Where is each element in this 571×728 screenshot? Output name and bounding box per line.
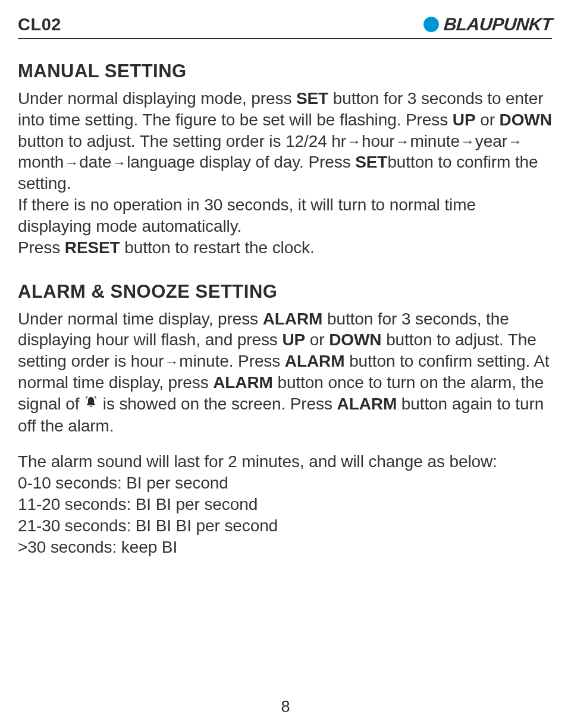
text: minute (179, 352, 228, 370)
set-label: SET (296, 89, 328, 108)
text: button to adjust. The setting order is 1… (18, 132, 346, 150)
page-number: 8 (0, 698, 571, 716)
manual-setting-body: Under normal displaying mode, press SET … (18, 88, 552, 259)
text: Press (18, 238, 65, 257)
down-label: DOWN (500, 111, 552, 129)
alarm-label: ALARM (263, 310, 323, 328)
arrow-icon: → (396, 133, 410, 151)
manual-setting-title: MANUAL SETTING (18, 61, 552, 82)
brand-logo: BLAUPUNKT (423, 14, 552, 34)
manual-setting-section: MANUAL SETTING Under normal displaying m… (18, 61, 552, 259)
reset-label: RESET (65, 238, 120, 257)
brand-name: BLAUPUNKT (443, 14, 553, 34)
bell-icon (84, 393, 98, 415)
text: is showed on the screen. Press (103, 395, 337, 413)
alarm-snooze-section: ALARM & SNOOZE SETTING Under normal time… (18, 281, 552, 558)
arrow-icon: → (508, 133, 522, 151)
up-label: UP (453, 111, 476, 129)
alarm-snooze-title: ALARM & SNOOZE SETTING (18, 281, 552, 302)
seq-item: language (127, 153, 194, 171)
seq-item: hour (362, 132, 395, 150)
arrow-icon: → (164, 353, 178, 371)
alarm-label: ALARM (337, 395, 397, 413)
text: or (476, 111, 500, 129)
text: display of day. Press (195, 153, 356, 171)
arrow-icon: → (64, 154, 79, 172)
seq-item: minute (410, 132, 460, 150)
brand-dot-icon (423, 17, 439, 32)
alarm-label: ALARM (213, 373, 273, 392)
up-label: UP (282, 330, 305, 349)
text: Under normal displaying mode, press (18, 89, 296, 108)
alarm-pattern-line: 0-10 seconds: BI per second (18, 474, 228, 492)
alarm-label: ALARM (285, 352, 345, 370)
seq-item: month (18, 153, 64, 171)
model-label: CL02 (18, 15, 61, 34)
arrow-icon: → (460, 133, 475, 151)
text: . Press (229, 352, 285, 370)
alarm-pattern-line: >30 seconds: keep BI (18, 538, 177, 556)
alarm-snooze-body: Under normal time display, press ALARM b… (18, 308, 552, 558)
alarm-pattern-line: 21-30 seconds: BI BI BI per second (18, 516, 278, 535)
arrow-icon: → (112, 154, 126, 172)
seq-item: date (79, 153, 111, 171)
text: button to restart the clock. (120, 238, 315, 257)
text: The alarm sound will last for 2 minutes,… (18, 452, 497, 471)
text: Under normal time display, press (18, 310, 263, 328)
set-label: SET (355, 153, 387, 171)
down-label: DOWN (329, 330, 381, 349)
arrow-icon: → (347, 133, 361, 151)
alarm-pattern-line: 11-20 seconds: BI BI per second (18, 495, 258, 513)
text: If there is no operation in 30 seconds, … (18, 196, 476, 235)
seq-item: year (475, 132, 507, 150)
page-header: CL02 BLAUPUNKT (18, 14, 552, 39)
text: or (305, 330, 329, 349)
